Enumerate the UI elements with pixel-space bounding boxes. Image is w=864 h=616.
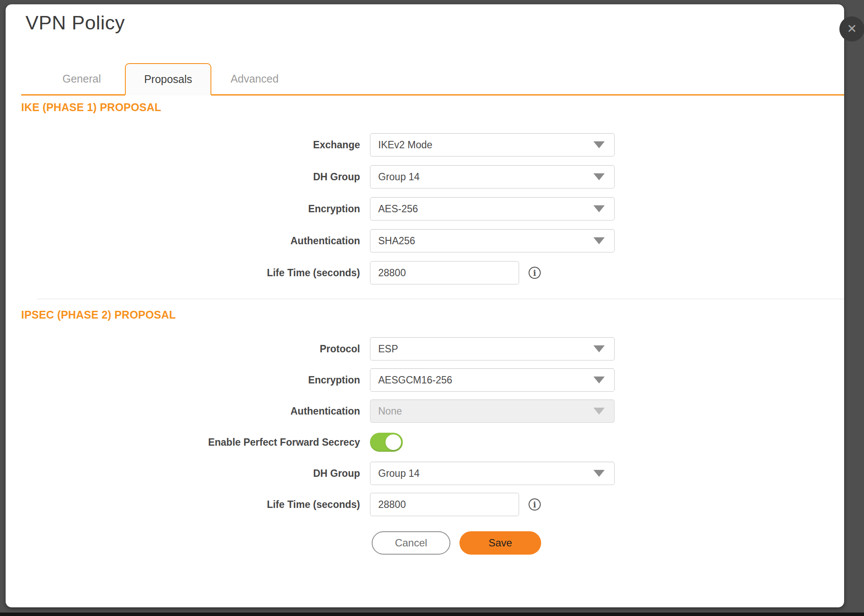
close-button[interactable]: ✕ (839, 16, 864, 41)
authentication-phase2-label: Authentication (21, 405, 360, 417)
lifetime-phase2-input[interactable] (370, 493, 519, 516)
info-icon[interactable]: i (529, 267, 541, 279)
encryption-select-value: AES-256 (378, 203, 418, 215)
dh-group-phase2-select[interactable]: Group 14 (370, 462, 615, 485)
info-icon[interactable]: i (529, 498, 541, 511)
lifetime-phase2-label: Life Time (seconds) (21, 499, 360, 511)
form-row-dh-group-phase2: DH Group Group 14 (21, 462, 844, 485)
encryption-select[interactable]: AES-256 (370, 197, 615, 220)
ike-phase1-form: Exchange IKEv2 Mode DH Group Group 14 (21, 133, 844, 284)
form-row-authentication: Authentication SHA256 (21, 229, 844, 252)
exchange-label: Exchange (21, 139, 360, 151)
exchange-select-value: IKEv2 Mode (378, 139, 432, 151)
dh-group-select-value: Group 14 (378, 171, 420, 183)
screen-background: VPN Policy General Proposals Advanced IK… (0, 0, 864, 616)
authentication-phase2-select-value: None (378, 405, 402, 417)
chevron-down-icon (593, 408, 605, 415)
page-title: VPN Policy (6, 4, 844, 34)
encryption-label: Encryption (21, 203, 360, 215)
chevron-down-icon (593, 237, 605, 244)
toggle-knob (386, 434, 401, 450)
dh-group-phase2-select-value: Group 14 (378, 468, 420, 479)
chevron-down-icon (593, 345, 605, 352)
form-row-dh-group: DH Group Group 14 (21, 165, 844, 188)
form-row-exchange: Exchange IKEv2 Mode (21, 133, 844, 156)
authentication-select-value: SHA256 (378, 235, 415, 247)
section-divider (37, 299, 844, 299)
chevron-down-icon (593, 470, 605, 477)
info-icon-glyph: i (533, 268, 536, 278)
save-button[interactable]: Save (459, 531, 541, 555)
section-heading-ike-phase1: IKE (PHASE 1) PROPOSAL (21, 101, 844, 114)
authentication-phase2-select: None (370, 399, 615, 423)
dialog-footer: Cancel Save (372, 531, 844, 555)
cancel-button[interactable]: Cancel (372, 531, 450, 555)
authentication-label: Authentication (21, 235, 360, 247)
tab-advanced[interactable]: Advanced (211, 63, 298, 94)
ipsec-phase2-form: Protocol ESP Encryption AESGCM16-256 (21, 337, 844, 516)
protocol-select-value: ESP (378, 343, 398, 355)
section-heading-ipsec-phase2: IPSEC (PHASE 2) PROPOSAL (21, 309, 844, 321)
authentication-select[interactable]: SHA256 (370, 229, 615, 252)
protocol-select[interactable]: ESP (370, 337, 615, 361)
tab-general[interactable]: General (38, 63, 125, 94)
encryption-phase2-label: Encryption (21, 374, 360, 386)
chevron-down-icon (593, 377, 605, 383)
encryption-phase2-select[interactable]: AESGCM16-256 (370, 368, 615, 392)
dh-group-phase2-label: DH Group (21, 468, 360, 479)
form-row-encryption: Encryption AES-256 (21, 197, 844, 220)
form-row-protocol: Protocol ESP (21, 337, 844, 361)
encryption-phase2-select-value: AESGCM16-256 (378, 374, 452, 386)
form-row-lifetime: Life Time (seconds) i (21, 261, 844, 284)
form-row-authentication-phase2: Authentication None (21, 399, 844, 423)
bottom-edge-strip (0, 613, 864, 616)
close-icon: ✕ (847, 22, 857, 35)
form-row-pfs: Enable Perfect Forward Secrecy (21, 431, 844, 454)
exchange-select[interactable]: IKEv2 Mode (370, 133, 615, 156)
protocol-label: Protocol (21, 343, 360, 355)
chevron-down-icon (593, 205, 605, 212)
tab-advanced-label: Advanced (230, 73, 278, 85)
tab-proposals[interactable]: Proposals (125, 63, 211, 96)
form-row-encryption-phase2: Encryption AESGCM16-256 (21, 368, 844, 392)
chevron-down-icon (593, 141, 605, 148)
pfs-toggle[interactable] (370, 433, 403, 452)
dh-group-label: DH Group (21, 171, 360, 183)
tab-proposals-label: Proposals (144, 73, 192, 86)
info-icon-glyph: i (533, 500, 536, 509)
tab-general-label: General (63, 73, 101, 85)
lifetime-input[interactable] (370, 261, 519, 284)
vpn-policy-dialog: VPN Policy General Proposals Advanced IK… (6, 4, 844, 607)
tab-bar: General Proposals Advanced (21, 63, 844, 96)
lifetime-label: Life Time (seconds) (21, 267, 360, 279)
pfs-label: Enable Perfect Forward Secrecy (21, 437, 360, 448)
chevron-down-icon (593, 173, 605, 180)
form-row-lifetime-phase2: Life Time (seconds) i (21, 493, 844, 516)
dh-group-select[interactable]: Group 14 (370, 165, 615, 188)
